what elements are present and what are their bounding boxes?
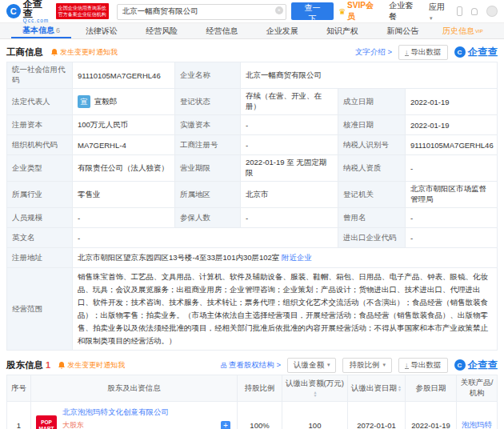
table-header-row: 序号 股东及出资信息 持股比例 认缴出资额(万元)▲▼ 认缴出资日期▲▼ 参股日… (7, 375, 498, 402)
nearby-companies-link[interactable]: 附近企业 (282, 253, 312, 262)
company-tabbar: 基本信息6 法律诉讼 经营风险 经营信息 企业发展 知识产权 新闻公告 历史信息… (0, 22, 504, 39)
tab-operation-info[interactable]: 经营信息 (192, 23, 252, 38)
table-row: 统一社会信用代码 91110105MA7GERHL46 企业名称 北京一幅商贸有… (7, 62, 498, 89)
table-row: 所属行业 零售业 所属地区 北京市 登记机关 北京市朝阳区市场监督管理局 (7, 182, 498, 208)
subscribed-date: 2072-01-01 (348, 402, 406, 429)
registered-address: 北京市朝阳区望京东园四区13号楼-4至33层101内30层102室 (78, 253, 279, 262)
tab-company-development[interactable]: 企业发展 (252, 23, 312, 38)
business-info-title: 工商信息 (6, 46, 43, 58)
shareholder-row: 1 POP MART 北京泡泡玛特文化创意有限公司 大股东 品 股权结构 » (7, 402, 498, 429)
search-clear-icon[interactable]: × (275, 6, 283, 14)
table-row: 注册地址 北京市朝阳区望京东园四区13号楼-4至33层101内30层102室 附… (7, 248, 498, 268)
table-row: 组织机构代码 MA7GERHL-4 工商注册号 - 纳税人识别号 9111010… (7, 135, 498, 155)
top-navbar: C 企查查 Qcc.com 全国企业信用查询系统 官方备案企业征信机构 × 查一… (0, 0, 504, 22)
table-row: 法定代表人 宣 宣毅郎 登记状态 存续（在营、开业、在册） 成立日期 2022-… (7, 89, 498, 115)
user-avatar[interactable] (486, 6, 498, 17)
vip-badge: VIP (475, 29, 483, 34)
caret-down-icon: ▾ (382, 362, 386, 368)
caret-down-icon: ▾ (327, 362, 330, 368)
tab-intellectual-property[interactable]: 知识产权 (312, 23, 372, 38)
join-date: 2022-01-19 (406, 402, 457, 429)
svip-member-link[interactable]: ♛ SVIP会员 (338, 0, 380, 22)
gov-certification-badge: 全国企业信用查询系统 官方备案企业征信机构 (56, 3, 109, 19)
tab-history-info[interactable]: 历史信息VIP (433, 23, 493, 38)
qcc-logo[interactable]: C 企查查 Qcc.com (6, 0, 51, 23)
org-chart-icon: 品 (221, 361, 227, 370)
enterprise-package-link[interactable]: 企业套餐 (389, 0, 420, 22)
bell-icon (58, 362, 65, 369)
download-icon: ↓ (405, 49, 409, 56)
mobile-app-icon[interactable] (457, 6, 462, 16)
shareholding-ratio-filter[interactable]: 持股比例 ▾ (342, 358, 392, 373)
business-scope-text: 销售珠宝首饰、工艺品、文具用品、计算机、软件及辅助设备、服装、鞋帽、箱包、日用品… (73, 268, 498, 351)
tab-basic-info[interactable]: 基本信息6 (11, 23, 71, 38)
shareholding-ratio: 100% (238, 402, 282, 429)
shareholder-info-title: 股东信息 (6, 359, 43, 371)
business-info-table: 统一社会信用代码 91110105MA7GERHL46 企业名称 北京一幅商贸有… (6, 62, 498, 351)
subscribed-amount: 100 (282, 402, 348, 429)
table-row: 人员规模 - 参保人数 - 曾用名 - (7, 208, 498, 228)
export-data-button[interactable]: ↓ 导出数据 (398, 45, 448, 60)
qcc-watermark-icon: C (454, 359, 466, 371)
search-input[interactable] (117, 4, 286, 20)
subscribed-amount-filter[interactable]: 认缴金额 ▾ (287, 358, 337, 373)
download-icon: ↓ (405, 362, 409, 369)
table-row: 经营范围 销售珠宝首饰、工艺品、文具用品、计算机、软件及辅助设备、服装、鞋帽、箱… (7, 268, 498, 351)
tab-count-badge: 6 (56, 26, 60, 34)
table-row: 企业类型 有限责任公司（法人独资） 营业期限 2022-01-19 至 无固定期… (7, 155, 498, 182)
popmart-logo: POP MART (36, 415, 57, 429)
sort-date-header[interactable]: 认缴出资日期▲▼ (348, 375, 406, 402)
search-button[interactable]: 查一下 (291, 2, 334, 20)
table-row: 英文名 - 进出口企业代码 - (7, 228, 498, 248)
shareholder-table: 序号 股东及出资信息 持股比例 认缴出资额(万元)▲▼ 认缴出资日期▲▼ 参股日… (6, 375, 498, 429)
qcc-watermark: C 企查查 (454, 46, 498, 59)
legal-rep-name[interactable]: 宣毅郎 (94, 97, 118, 107)
sort-icon[interactable]: ▲▼ (314, 391, 318, 397)
related-product-link[interactable]: 泡泡玛特 (462, 420, 492, 429)
export-data-button[interactable]: ↓ 导出数据 (398, 358, 448, 373)
major-shareholder-tag: 大股东 (62, 420, 215, 429)
tab-legal-litigation[interactable]: 法律诉讼 (71, 23, 131, 38)
notify-on-change-button[interactable]: 发生变更时通知我 (51, 47, 118, 58)
tab-news-announcements[interactable]: 新闻公告 (373, 23, 433, 38)
tab-operation-risk[interactable]: 经营风险 (132, 23, 192, 38)
qcc-watermark-icon: C (454, 46, 466, 58)
qcc-logo-icon: C (6, 4, 21, 18)
expand-plus-button[interactable]: + (221, 421, 230, 429)
text-intro-link[interactable]: 文字介绍 > (355, 47, 392, 58)
notification-bell-icon[interactable] (471, 8, 478, 15)
brand-name: 企查查 (23, 0, 51, 18)
shareholder-index: 1 (7, 402, 31, 429)
sort-amount-header[interactable]: 认缴出资额(万元)▲▼ (282, 375, 348, 402)
caret-down-icon: ▾ (430, 15, 433, 21)
notify-on-change-button[interactable]: 发生变更时通知我 (58, 360, 125, 371)
legal-rep-avatar: 宣 (78, 95, 90, 108)
apps-menu[interactable]: 应用▾ (429, 2, 448, 22)
table-row: 注册资本 100万元人民币 实缴资本 - 核准日期 2022-01-19 (7, 115, 498, 135)
view-equity-structure-link[interactable]: 品 查看股权结构 > (221, 360, 281, 371)
shareholder-count-badge: 1 (46, 360, 50, 370)
bell-icon (51, 49, 58, 56)
qcc-watermark: C 企查查 (454, 359, 498, 372)
shareholder-name-link[interactable]: 北京泡泡玛特文化创意有限公司 (62, 407, 215, 418)
sort-icon[interactable]: ▲▼ (398, 385, 402, 391)
crown-icon: ♛ (338, 7, 346, 16)
